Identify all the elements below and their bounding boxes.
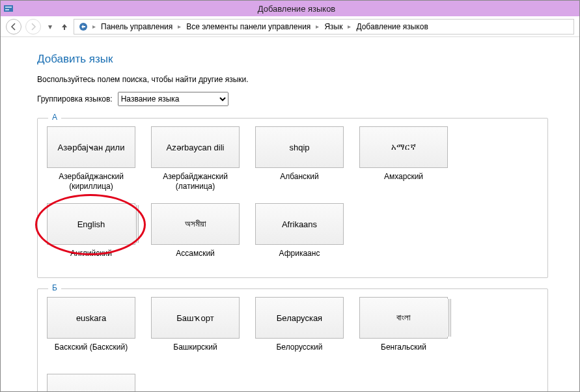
hint-text: Воспользуйтесь полем поиска, чтобы найти… <box>37 75 548 84</box>
language-tile[interactable]: Азәрбајҹан дили <box>47 126 135 168</box>
breadcrumb[interactable]: ▸ Панель управления ▸ Все элементы панел… <box>74 19 574 35</box>
language-tile-wrap: българскиБолгарский <box>47 374 135 391</box>
language-caption: Баскский (Баскский) <box>55 343 128 362</box>
history-dropdown[interactable]: ▾ <box>45 19 55 35</box>
page-heading: Добавить язык <box>37 53 548 66</box>
svg-rect-0 <box>4 5 13 12</box>
language-tile-wrap: অসমীয়াАссамский <box>151 203 240 268</box>
up-button[interactable] <box>59 19 70 35</box>
content-area: Добавить язык Воспользуйтесь полем поиск… <box>1 37 579 391</box>
titlebar: Добавление языков <box>1 1 579 16</box>
language-caption: Азербайджанский (кириллица) <box>47 172 135 191</box>
language-tile-wrap: EnglishАнглийский <box>47 203 135 268</box>
breadcrumb-icon <box>78 21 89 32</box>
language-tile[interactable]: English <box>47 203 135 245</box>
navbar: ▾ ▸ Панель управления ▸ Все элементы пан… <box>1 16 579 37</box>
grouping-select[interactable]: Название языка <box>118 92 228 106</box>
language-tile[interactable]: አማርኛ <box>359 126 448 168</box>
chevron-right-icon: ▸ <box>91 23 97 30</box>
app-icon <box>3 3 14 14</box>
language-caption: Английский <box>70 249 112 268</box>
language-tile-wrap: AfrikaansАфрикаанс <box>255 203 344 268</box>
language-tile[interactable]: euskara <box>47 297 135 339</box>
breadcrumb-item[interactable]: Добавление языков <box>355 22 429 31</box>
language-tile-wrap: БашҡортБашкирский <box>151 297 240 362</box>
svg-rect-2 <box>5 9 9 10</box>
chevron-right-icon: ▸ <box>176 23 182 30</box>
language-caption: Белорусский <box>276 343 322 362</box>
breadcrumb-item[interactable]: Язык <box>323 22 344 31</box>
language-tile[interactable]: অসমীয়া <box>151 203 240 245</box>
language-tile[interactable]: shqip <box>255 126 344 168</box>
language-tile-wrap: БеларускаяБелорусский <box>255 297 344 362</box>
breadcrumb-item[interactable]: Все элементы панели управления <box>185 22 312 31</box>
language-tile-wrap: Azərbaycan diliАзербайджанский (латиница… <box>151 126 240 191</box>
language-tile-wrap: shqipАлбанский <box>255 126 344 191</box>
group-letter: А <box>48 113 61 122</box>
language-caption: Африкаанс <box>279 249 320 268</box>
language-caption: Бенгальский <box>381 343 426 362</box>
svg-rect-1 <box>5 7 12 8</box>
language-tile[interactable]: български <box>47 374 135 391</box>
language-caption: Амхарский <box>384 172 423 191</box>
language-caption: Албанский <box>280 172 319 191</box>
chevron-right-icon: ▸ <box>314 23 320 30</box>
language-tile[interactable]: Беларуская <box>255 297 344 339</box>
window-title: Добавление языков <box>16 4 577 14</box>
language-caption: Башкирский <box>173 343 217 362</box>
chevron-right-icon: ▸ <box>346 23 352 30</box>
language-tile-wrap: Азәрбајҹан дилиАзербайджанский (кириллиц… <box>47 126 135 191</box>
group-letter: Б <box>48 283 61 292</box>
forward-button[interactable] <box>25 19 41 35</box>
language-tile-wrap: বাংলাБенгальский <box>359 297 448 362</box>
language-tile[interactable]: Afrikaans <box>255 203 344 245</box>
language-tile-wrap: euskaraБаскский (Баскский) <box>47 297 135 362</box>
language-tile[interactable]: Azərbaycan dili <box>151 126 240 168</box>
breadcrumb-item[interactable]: Панель управления <box>100 22 174 31</box>
language-tile[interactable]: বাংলা <box>359 297 448 339</box>
language-caption: Азербайджанский (латиница) <box>151 172 240 191</box>
language-tile[interactable]: Башҡорт <box>151 297 240 339</box>
tiles-row: Азәрбајҹан дилиАзербайджанский (кириллиц… <box>47 126 538 268</box>
tiles-row: euskaraБаскский (Баскский)БашҡортБашкирс… <box>47 297 538 391</box>
grouping-label: Группировка языков: <box>37 94 113 104</box>
language-group: ААзәрбајҹан дилиАзербайджанский (кирилли… <box>37 118 548 278</box>
back-button[interactable] <box>6 19 21 35</box>
language-tile-wrap: አማርኛАмхарский <box>359 126 448 191</box>
grouping-row: Группировка языков: Название языка <box>37 92 548 106</box>
language-group: БeuskaraБаскский (Баскский)БашҡортБашкир… <box>37 288 548 391</box>
language-caption: Ассамский <box>176 249 215 268</box>
